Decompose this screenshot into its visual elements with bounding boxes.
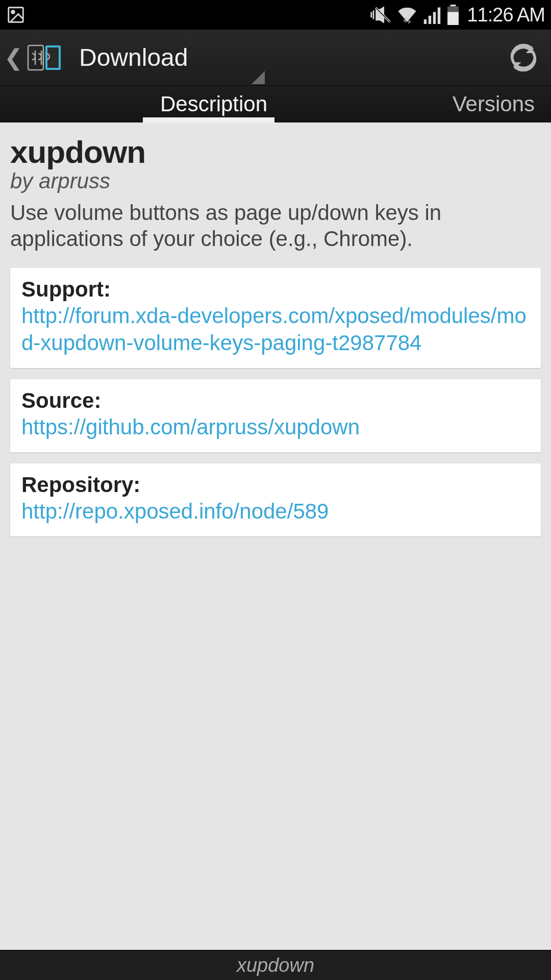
dropdown-triangle-icon [252, 71, 265, 84]
source-link[interactable]: https://github.com/arpruss/xupdown [21, 414, 530, 441]
wifi-icon [396, 6, 418, 24]
repository-label: Repository: [21, 473, 530, 497]
action-bar: ❮ Download [0, 30, 551, 86]
support-card: Support: http://forum.xda-developers.com… [10, 268, 541, 368]
source-card: Source: https://github.com/arpruss/xupdo… [10, 379, 541, 452]
back-chevron-icon: ❮ [4, 44, 23, 70]
bottom-bar: xupdown [0, 950, 551, 980]
support-label: Support: [21, 277, 530, 302]
support-link[interactable]: http://forum.xda-developers.com/xposed/m… [21, 303, 530, 357]
svg-rect-0 [9, 8, 23, 22]
back-button[interactable]: ❮ [0, 30, 68, 85]
source-label: Source: [21, 388, 530, 413]
battery-icon [446, 5, 460, 25]
title-dropdown[interactable]: Download [68, 30, 505, 85]
signal-icon [423, 6, 441, 24]
action-bar-title: Download [79, 43, 188, 71]
content-area: xupdown by arpruss Use volume buttons as… [0, 122, 551, 950]
svg-rect-4 [450, 5, 456, 7]
svg-rect-6 [448, 12, 459, 25]
bottom-bar-text: xupdown [237, 954, 314, 976]
svg-point-1 [12, 11, 15, 14]
xposed-app-icon [26, 43, 63, 72]
tab-versions[interactable]: Versions [436, 86, 551, 122]
status-bar: 11:26 AM [0, 0, 551, 30]
refresh-icon [510, 44, 537, 71]
repository-link[interactable]: http://repo.xposed.info/node/589 [21, 498, 530, 525]
refresh-button[interactable] [505, 39, 542, 76]
module-description: Use volume buttons as page up/down keys … [10, 200, 541, 252]
module-title: xupdown [10, 134, 541, 170]
status-time: 11:26 AM [467, 4, 545, 26]
vibrate-silent-icon [370, 5, 391, 24]
module-author: by arpruss [10, 169, 541, 193]
gallery-notification-icon [6, 5, 26, 24]
tab-indicator [143, 117, 274, 122]
repository-card: Repository: http://repo.xposed.info/node… [10, 463, 541, 536]
tab-bar: Description Versions [0, 86, 551, 122]
